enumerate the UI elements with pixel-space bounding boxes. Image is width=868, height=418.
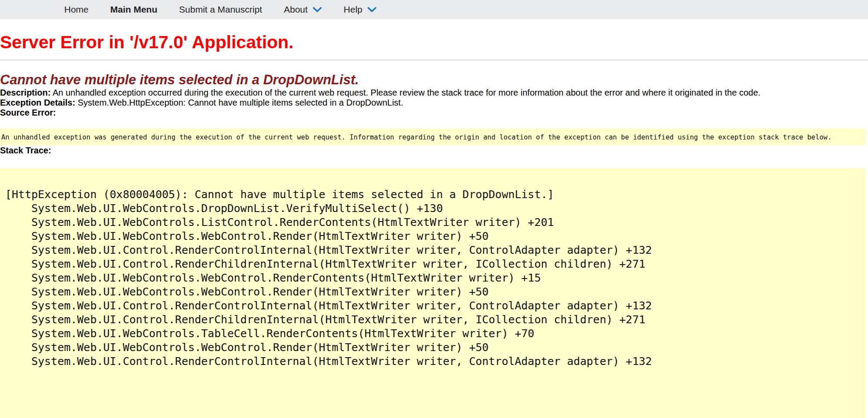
stack-trace-line: System.Web.UI.Control.RenderControlInter…: [5, 355, 866, 368]
description-text: An unhandled exception occurred during t…: [53, 88, 760, 97]
title-divider: [0, 60, 868, 60]
exception-details-text: System.Web.HttpException: Cannot have mu…: [78, 98, 403, 107]
stack-trace-line: System.Web.UI.Control.RenderChildrenInte…: [5, 257, 866, 271]
stack-trace-lines: [HttpException (0x80004005): Cannot have…: [0, 168, 866, 368]
nav-item-help[interactable]: Help: [344, 4, 377, 15]
stack-trace-line: System.Web.UI.WebControls.WebControl.Ren…: [5, 229, 866, 243]
description-line: Description: An unhandled exception occu…: [0, 88, 868, 98]
top-navbar: Home Main Menu Submit a Manuscript About…: [0, 0, 868, 19]
source-error-box: An unhandled exception was generated dur…: [0, 129, 866, 146]
nav-help-label: Help: [344, 4, 362, 15]
nav-about-label: About: [284, 4, 308, 15]
stack-trace-line: [HttpException (0x80004005): Cannot have…: [5, 188, 866, 202]
nav-home-label: Home: [64, 4, 89, 15]
chevron-down-icon: [367, 7, 377, 13]
stack-trace-line: System.Web.UI.WebControls.WebControl.Ren…: [5, 285, 866, 299]
server-error-page: Server Error in '/v17.0' Application. Ca…: [0, 32, 868, 418]
stack-trace-line: System.Web.UI.WebControls.ListControl.Re…: [5, 216, 866, 229]
nav-item-home[interactable]: Home: [64, 4, 89, 15]
nav-main-menu-label: Main Menu: [110, 4, 158, 15]
page-title: Server Error in '/v17.0' Application.: [0, 32, 868, 53]
nav-item-main-menu[interactable]: Main Menu: [110, 4, 158, 15]
source-error-text: An unhandled exception was generated dur…: [1, 133, 832, 141]
stack-trace-line: System.Web.UI.WebControls.DropDownList.V…: [5, 202, 866, 216]
stack-trace-line: System.Web.UI.WebControls.WebControl.Ren…: [5, 341, 866, 355]
exception-details-label: Exception Details:: [0, 98, 75, 107]
nav-item-about[interactable]: About: [284, 4, 322, 15]
stack-trace-line: System.Web.UI.WebControls.TableCell.Rend…: [5, 327, 866, 341]
stack-trace-heading: Stack Trace:: [0, 146, 868, 156]
stack-trace-box: [HttpException (0x80004005): Cannot have…: [0, 168, 866, 418]
nav-item-submit-manuscript[interactable]: Submit a Manuscript: [179, 4, 262, 15]
nav-submit-manuscript-label: Submit a Manuscript: [179, 4, 262, 15]
stack-trace-line: System.Web.UI.Control.RenderControlInter…: [5, 299, 866, 313]
stack-trace-line: System.Web.UI.WebControls.WebControl.Ren…: [5, 271, 866, 285]
chevron-down-icon: [312, 7, 322, 13]
stack-trace-line: System.Web.UI.Control.RenderControlInter…: [5, 243, 866, 257]
exception-details-line: Exception Details: System.Web.HttpExcept…: [0, 98, 868, 108]
error-message-subtitle: Cannot have multiple items selected in a…: [0, 72, 868, 88]
source-error-heading: Source Error:: [0, 108, 868, 118]
description-label: Description:: [0, 88, 51, 97]
stack-trace-line: System.Web.UI.Control.RenderChildrenInte…: [5, 313, 866, 327]
